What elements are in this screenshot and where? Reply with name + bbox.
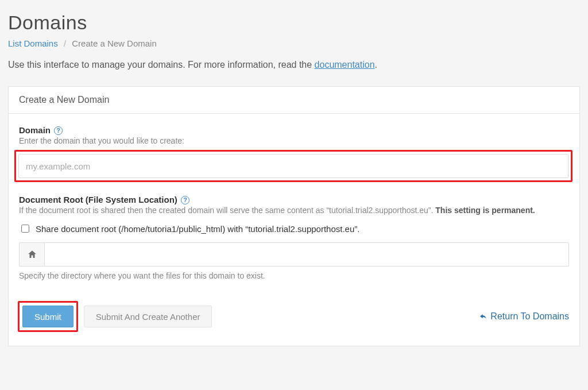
domain-label: Domain [19, 125, 51, 135]
domain-input[interactable] [18, 154, 568, 178]
help-icon[interactable]: ? [181, 196, 189, 204]
create-domain-panel: Create a New Domain Domain ? Enter the d… [8, 86, 580, 346]
return-to-domains-label: Return To Domains [490, 311, 569, 322]
breadcrumb-current: Create a New Domain [72, 38, 157, 48]
breadcrumb-root-link[interactable]: List Domains [8, 38, 58, 48]
return-to-domains-link[interactable]: Return To Domains [478, 311, 569, 322]
breadcrumb-separator: / [64, 38, 66, 48]
page-title: Domains [8, 11, 580, 34]
docroot-spec-hint: Specify the directory where you want the… [19, 271, 569, 280]
submit-button[interactable]: Submit [22, 306, 74, 327]
domain-group: Domain ? Enter the domain that you would… [19, 125, 569, 182]
domain-input-highlight [14, 150, 572, 182]
home-icon [19, 242, 44, 267]
submit-another-button[interactable]: Submit And Create Another [84, 306, 212, 327]
intro-prefix: Use this interface to manage your domain… [8, 60, 315, 69]
intro-text: Use this interface to manage your domain… [8, 60, 580, 70]
docroot-hint-prefix: If the document root is shared then the … [19, 206, 435, 215]
help-icon[interactable]: ? [54, 126, 63, 135]
breadcrumb: List Domains / Create a New Domain [8, 38, 580, 48]
share-docroot-row[interactable]: Share document root (/home/tutoria1/publ… [19, 223, 569, 234]
docroot-path-group [19, 242, 569, 267]
docroot-label: Document Root (File System Location) [19, 195, 177, 204]
share-docroot-label: Share document root (/home/tutoria1/publ… [36, 224, 359, 234]
documentation-link[interactable]: documentation [315, 60, 375, 69]
action-row: Submit Submit And Create Another Return … [19, 301, 569, 332]
return-arrow-icon [478, 312, 487, 321]
submit-highlight: Submit [18, 301, 78, 332]
docroot-hint: If the document root is shared then the … [19, 206, 569, 215]
panel-header: Create a New Domain [9, 87, 579, 114]
docroot-path-input[interactable] [44, 242, 569, 267]
docroot-group: Document Root (File System Location) ? I… [19, 195, 569, 280]
share-docroot-checkbox[interactable] [21, 225, 29, 233]
intro-suffix: . [375, 60, 377, 69]
domain-hint: Enter the domain that you would like to … [19, 136, 569, 145]
docroot-hint-bold: This setting is permanent. [435, 206, 535, 215]
